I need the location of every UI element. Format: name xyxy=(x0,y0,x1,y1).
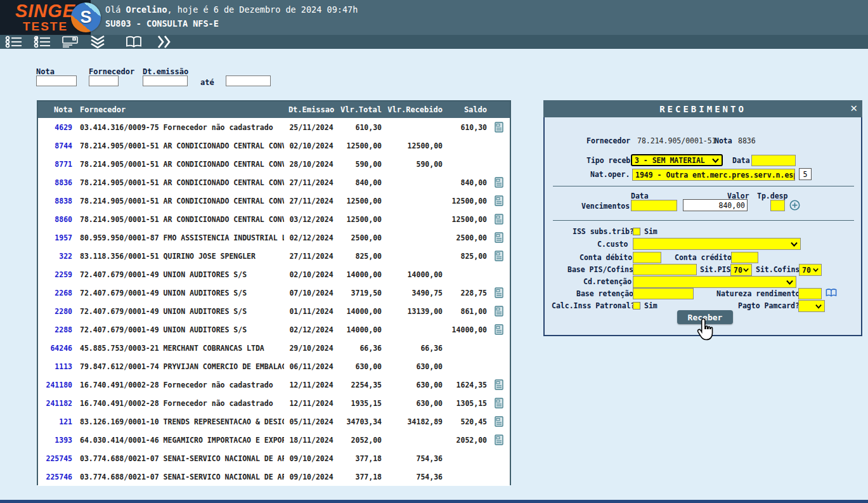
conta-debito-input[interactable] xyxy=(633,252,661,263)
doc-icon[interactable] xyxy=(491,324,507,335)
nat-oper-code-input[interactable] xyxy=(799,168,812,180)
separator xyxy=(553,220,854,221)
doc-icon[interactable] xyxy=(491,251,507,261)
vlr-recebido-cell: 590,00 xyxy=(385,160,446,169)
close-icon[interactable]: ✕ xyxy=(850,101,857,114)
nota-link[interactable]: 225745 xyxy=(42,454,72,463)
natureza-rendimento-input[interactable] xyxy=(798,288,822,299)
calc-inss-checkbox[interactable] xyxy=(633,302,640,310)
doc-icon[interactable] xyxy=(491,379,507,390)
data-input[interactable] xyxy=(751,155,796,166)
dt-emissao-cell: 29/10/2024 xyxy=(284,344,339,353)
nota-link[interactable]: 241180 xyxy=(42,381,72,389)
saldo-cell: 2052,00 xyxy=(446,436,491,445)
nota-link[interactable]: 1393 xyxy=(42,436,72,445)
nota-link[interactable]: 8771 xyxy=(42,160,72,169)
doc-icon[interactable] xyxy=(491,398,507,408)
pagto-pamcard-label: Pagto Pamcard? xyxy=(738,300,800,312)
book-icon[interactable] xyxy=(126,36,142,48)
iss-checkbox[interactable] xyxy=(633,228,640,235)
conta-credito-input[interactable] xyxy=(731,252,758,263)
c-custo-select[interactable] xyxy=(633,238,801,250)
base-retencao-label: Base retenção xyxy=(576,288,633,300)
col-saldo: Saldo xyxy=(446,105,491,114)
nota-link[interactable]: 8836 xyxy=(42,178,72,187)
dt-emissao-cell: 03/12/2024 xyxy=(284,215,339,224)
tipo-receb-select[interactable]: 3 - SEM MATERIAL xyxy=(631,154,723,166)
base-retencao-input[interactable] xyxy=(633,288,694,299)
doc-icon[interactable] xyxy=(491,177,507,188)
table-row: 8744 78.214.905/0001-51 AR CONDICIONADO … xyxy=(38,136,510,155)
nota-link[interactable]: 4629 xyxy=(42,123,72,132)
nota-link[interactable]: 322 xyxy=(42,252,72,261)
dt-emissao-cell: 02/10/2024 xyxy=(284,270,339,279)
doc-icon[interactable] xyxy=(491,122,507,133)
vlr-recebido-cell: 3490,75 xyxy=(385,289,446,297)
nat-oper-select[interactable]: 1949 - Outra ent.merc.pres.serv.n.esp xyxy=(632,169,795,181)
sit-pis-label: Sit.PIS xyxy=(700,264,730,276)
vlr-recebido-cell: 630,00 xyxy=(385,362,446,371)
filter-dt-fim-input[interactable] xyxy=(226,75,271,86)
dt-emissao-cell: 01/11/2024 xyxy=(284,307,339,316)
sit-pis-value: 70 xyxy=(734,266,742,275)
cd-retencao-select[interactable] xyxy=(633,276,796,288)
table-row: 241180 16.740.491/0002-28 Fornecedor não… xyxy=(38,376,510,394)
calc-sim-label: Sim xyxy=(644,300,657,312)
saldo-cell: 1305,15 xyxy=(446,399,491,408)
saldo-cell: 520,45 xyxy=(446,417,491,426)
doc-icon[interactable] xyxy=(491,214,507,225)
chevrons-right-icon[interactable] xyxy=(157,35,172,49)
lookup-book-icon[interactable] xyxy=(826,288,837,300)
nota-link[interactable]: 241182 xyxy=(42,399,72,408)
fornecedor-cell: 72.407.679/0001-49 UNION AUDITORES S/S xyxy=(72,270,284,279)
base-pis-input[interactable] xyxy=(633,264,697,275)
doc-icon[interactable] xyxy=(491,434,507,445)
nota-link[interactable]: 121 xyxy=(42,417,72,426)
table-row: 2268 72.407.679/0001-49 UNION AUDITORES … xyxy=(38,284,510,302)
checklist-icon[interactable] xyxy=(34,36,51,48)
nota-link[interactable]: 8744 xyxy=(42,141,72,150)
filter-nota-input[interactable] xyxy=(36,75,77,86)
nota-link[interactable]: 64246 xyxy=(42,344,72,353)
doc-icon[interactable] xyxy=(491,416,507,427)
filter-ate-label: até xyxy=(200,78,214,87)
nota-link[interactable]: 225746 xyxy=(42,473,72,481)
base-pis-label: Base PIS/Cofins xyxy=(567,264,633,276)
sit-cofins-select[interactable]: 70 xyxy=(799,264,822,276)
nota-link[interactable]: 2288 xyxy=(42,325,72,334)
pagto-pamcard-select[interactable] xyxy=(798,300,825,312)
nota-link[interactable]: 2280 xyxy=(42,307,72,316)
doc-icon[interactable] xyxy=(491,232,507,243)
venc-tp-desp-input[interactable] xyxy=(770,200,785,211)
nota-link[interactable]: 1957 xyxy=(42,233,72,242)
fornecedor-cell: 64.030.414/0001-46 MEGAMICRO IMPORTACAO … xyxy=(72,436,284,445)
nota-link[interactable]: 8860 xyxy=(42,215,72,224)
nota-link[interactable]: 1113 xyxy=(42,362,72,371)
filter-dt-inicio-input[interactable] xyxy=(143,75,188,86)
chevrons-down-icon[interactable] xyxy=(89,35,106,49)
col-nota: Nota xyxy=(42,105,72,114)
doc-icon[interactable] xyxy=(491,195,507,206)
nota-link[interactable]: 2268 xyxy=(42,289,72,297)
dt-emissao-cell: 28/10/2024 xyxy=(284,160,339,169)
table-row: 8771 78.214.905/0001-51 AR CONDICIONADO … xyxy=(38,155,510,173)
dt-emissao-cell: 27/11/2024 xyxy=(284,252,339,261)
add-vencimento-icon[interactable] xyxy=(789,200,800,213)
sit-pis-select[interactable]: 70 xyxy=(730,264,752,276)
nota-link[interactable]: 8838 xyxy=(42,197,72,206)
list-icon[interactable] xyxy=(5,36,23,48)
filter-fornecedor-input[interactable] xyxy=(89,75,119,86)
table-row: 64246 45.885.753/0003-21 MERCHANT COBRAN… xyxy=(38,339,510,357)
nota-link[interactable]: 2259 xyxy=(42,270,72,279)
doc-icon[interactable] xyxy=(491,306,507,317)
natureza-rendimento-label: Natureza rendimento xyxy=(716,288,800,300)
conta-debito-label: Conta débito xyxy=(580,252,632,264)
doc-icon[interactable] xyxy=(491,287,507,298)
table-header: Nota Fornecedor Dt.Emissao Vlr.Total Vlr… xyxy=(38,101,510,118)
nat-oper-label: Nat.oper. xyxy=(590,169,630,181)
col-vlr-total: Vlr.Total xyxy=(339,105,385,114)
receber-button[interactable]: Receber xyxy=(677,310,733,324)
report-card-icon[interactable] xyxy=(62,36,79,48)
venc-data-input[interactable] xyxy=(631,200,677,211)
venc-valor-input[interactable] xyxy=(683,199,748,211)
